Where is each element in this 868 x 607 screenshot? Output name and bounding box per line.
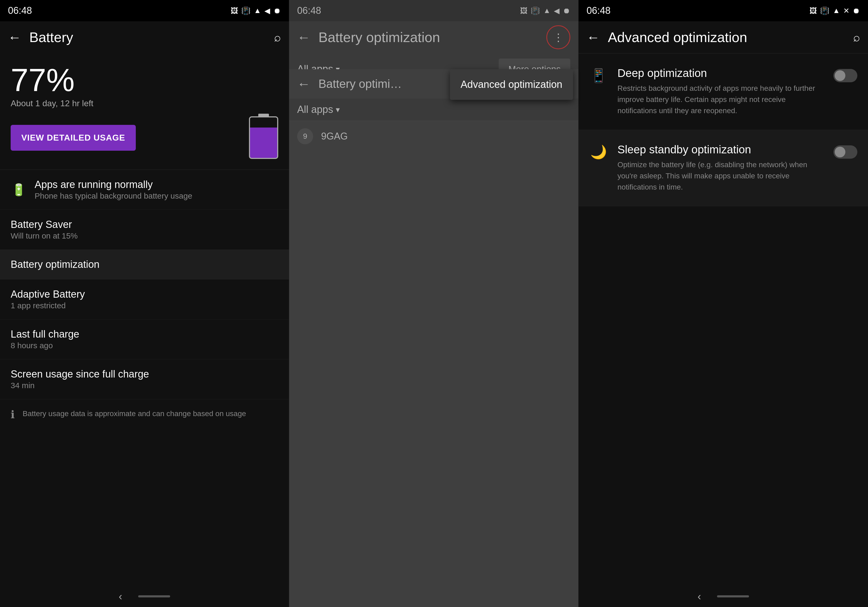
sleep-opt-desc: Optimize the battery life (e.g. disablin… — [617, 159, 824, 193]
status-bar-1: 06:48 🖼 📳 ▲ ◀ ⏺ — [0, 0, 289, 21]
list-item-screen-usage[interactable]: Screen usage since full charge 34 min — [0, 359, 289, 400]
wifi-icon: ▲ — [254, 6, 261, 15]
list-item-adaptive-battery[interactable]: Adaptive Battery 1 app restricted — [0, 280, 289, 319]
battery-optimization-title: Battery optimization — [11, 259, 278, 270]
search-icon[interactable]: ⌕ — [274, 31, 281, 44]
context-menu: Advanced optimization — [450, 69, 573, 100]
signal-icon-3: ✕ — [843, 6, 849, 15]
sleep-standby-item: 🌙 Sleep standby optimization Optimize th… — [578, 130, 868, 206]
bottom-bar-1: ‹ — [0, 586, 289, 607]
vibrate-icon: 📳 — [241, 6, 251, 15]
last-full-charge-title: Last full charge — [11, 328, 278, 340]
vibrate-icon-3: 📳 — [820, 6, 829, 15]
battery-toolbar: ← Battery ⌕ — [0, 21, 289, 53]
info-icon: ℹ — [11, 409, 15, 421]
sleep-opt-toggle[interactable] — [833, 146, 857, 159]
battery-running-icon: 🔋 — [11, 183, 26, 197]
screen-usage-subtitle: 34 min — [11, 381, 278, 390]
bottom-back-button-3[interactable]: ‹ — [698, 590, 701, 602]
screen-usage-title: Screen usage since full charge — [11, 369, 278, 380]
adv-search-icon[interactable]: ⌕ — [853, 31, 860, 44]
wifi-icon-3: ▲ — [832, 6, 840, 15]
battery-percentage: 77% — [0, 53, 289, 96]
deep-opt-toggle[interactable] — [833, 69, 857, 82]
list-item-apps-running[interactable]: 🔋 Apps are running normally Phone has ty… — [0, 170, 289, 210]
battery-saver-subtitle: Will turn on at 15% — [11, 231, 278, 240]
adv-opt-toolbar: ← Advanced optimization ⌕ — [578, 21, 868, 53]
view-detailed-usage-button[interactable]: VIEW DETAILED USAGE — [11, 125, 136, 151]
battery-visual-row: VIEW DETAILED USAGE — [0, 116, 289, 170]
gallery-icon-3: 🖼 — [809, 6, 817, 15]
battery-graphic — [249, 116, 278, 159]
battery-status-icon: ⏺ — [273, 6, 281, 15]
status-icons-3: 🖼 📳 ▲ ✕ ⏺ — [809, 6, 860, 15]
sleep-opt-icon: 🌙 — [589, 144, 608, 160]
bottom-bar-3: ‹ — [578, 586, 868, 607]
deep-opt-desc: Restricts background activity of apps mo… — [617, 83, 824, 116]
list-item-battery-saver[interactable]: Battery Saver Will turn on at 15% — [0, 210, 289, 250]
bottom-back-button[interactable]: ‹ — [119, 590, 122, 602]
back-button[interactable]: ← — [8, 29, 21, 45]
status-time-3: 06:48 — [587, 5, 611, 16]
panel-advanced-optimization: 06:48 🖼 📳 ▲ ✕ ⏺ ← Advanced optimization … — [578, 0, 868, 607]
battery-status-icon-3: ⏺ — [852, 6, 860, 15]
sleep-opt-title: Sleep standby optimization — [617, 143, 824, 156]
panel-battery-optimization: 06:48 🖼 📳 ▲ ◀ ⏺ ← Battery optimization ⋮… — [289, 0, 578, 607]
battery-time-left: About 1 day, 12 hr left — [0, 96, 289, 116]
signal-icon: ◀ — [264, 6, 270, 15]
home-indicator[interactable] — [138, 595, 170, 598]
status-time-1: 06:48 — [8, 5, 32, 16]
adaptive-battery-subtitle: 1 app restricted — [11, 301, 278, 310]
last-full-charge-subtitle: 8 hours ago — [11, 341, 278, 350]
gallery-icon: 🖼 — [231, 6, 238, 15]
status-icons-1: 🖼 📳 ▲ ◀ ⏺ — [231, 6, 281, 15]
context-menu-advanced-optimization[interactable]: Advanced optimization — [450, 69, 573, 100]
status-bar-3: 06:48 🖼 📳 ▲ ✕ ⏺ — [578, 0, 868, 21]
footer-note-text: Battery usage data is approximate and ca… — [23, 409, 246, 419]
footer-note: ℹ Battery usage data is approximate and … — [0, 400, 289, 430]
adv-opt-back-button[interactable]: ← — [587, 29, 600, 45]
list-item-last-full-charge[interactable]: Last full charge 8 hours ago — [0, 319, 289, 359]
deep-opt-title: Deep optimization — [617, 67, 824, 80]
battery-saver-title: Battery Saver — [11, 219, 278, 230]
panel-battery: 06:48 🖼 📳 ▲ ◀ ⏺ ← Battery ⌕ 77% About 1 … — [0, 0, 289, 607]
adv-opt-title: Advanced optimization — [608, 29, 845, 45]
deep-optimization-item: 📱 Deep optimization Restricts background… — [578, 54, 868, 130]
list-item-battery-optimization[interactable]: Battery optimization — [0, 250, 289, 280]
deep-opt-icon: 📱 — [589, 68, 608, 83]
adaptive-battery-title: Adaptive Battery — [11, 289, 278, 300]
home-indicator-3[interactable] — [717, 595, 749, 598]
page-title: Battery — [29, 29, 266, 45]
apps-running-subtitle: Phone has typical background battery usa… — [35, 191, 278, 200]
apps-running-title: Apps are running normally — [35, 179, 278, 190]
